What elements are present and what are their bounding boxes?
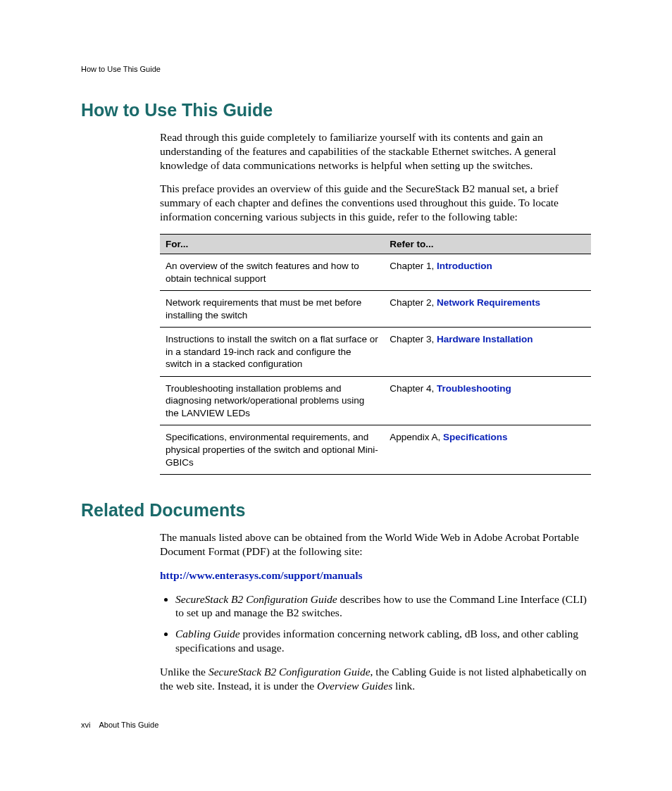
table-row: Specifications, environmental requiremen…: [160, 425, 591, 475]
list-item: SecureStack B2 Configuration Guide descr…: [175, 592, 591, 621]
doc-title: SecureStack B2 Configuration Guide: [175, 593, 337, 605]
ref-prefix: Chapter 1,: [390, 261, 437, 271]
para: The manuals listed above can be obtained…: [160, 530, 591, 559]
doc-title: SecureStack B2 Configuration Guide: [209, 666, 371, 678]
manuals-url-line: http://www.enterasys.com/support/manuals: [160, 568, 591, 583]
link-specifications[interactable]: Specifications: [443, 432, 508, 442]
link-manuals-url[interactable]: http://www.enterasys.com/support/manuals: [160, 569, 363, 581]
table-row: Instructions to install the switch on a …: [160, 328, 591, 377]
page: How to Use This Guide How to Use This Gu…: [0, 0, 672, 791]
cell-refer: Appendix A, Specifications: [384, 425, 591, 475]
ref-prefix: Chapter 4,: [390, 383, 437, 394]
page-number: xvi: [81, 721, 90, 729]
link-hardware-installation[interactable]: Hardware Installation: [437, 334, 533, 344]
para: This preface provides an overview of thi…: [160, 182, 591, 223]
para: Read through this guide completely to fa…: [160, 130, 591, 172]
list-item: Cabling Guide provides information conce…: [175, 627, 591, 655]
heading-how-to-use: How to Use This Guide: [81, 100, 591, 120]
section1-body: Read through this guide completely to fa…: [160, 130, 591, 475]
text: link.: [392, 680, 415, 692]
link-troubleshooting[interactable]: Troubleshooting: [437, 383, 511, 394]
cell-for: Troubleshooting installation problems an…: [160, 376, 384, 425]
cell-refer: Chapter 3, Hardware Installation: [384, 328, 591, 377]
ref-prefix: Appendix A,: [390, 432, 443, 442]
table-header-refer: Refer to...: [384, 234, 591, 254]
bullet-list: SecureStack B2 Configuration Guide descr…: [160, 592, 591, 655]
table-row: Network requirements that must be met be…: [160, 291, 591, 328]
table-row: Troubleshooting installation problems an…: [160, 376, 591, 425]
cell-refer: Chapter 2, Network Requirements: [384, 291, 591, 328]
ref-prefix: Chapter 2,: [390, 297, 437, 308]
cell-refer: Chapter 1, Introduction: [384, 254, 591, 290]
link-network-requirements[interactable]: Network Requirements: [437, 297, 540, 308]
text: Unlike the: [160, 666, 209, 678]
footer-label: About This Guide: [99, 721, 158, 729]
ref-prefix: Chapter 3,: [390, 334, 437, 344]
link-name: Overview Guides: [317, 680, 392, 692]
running-header: How to Use This Guide: [81, 65, 591, 73]
table-row: An overview of the switch features and h…: [160, 254, 591, 290]
table-header-for: For...: [160, 234, 384, 254]
cell-refer: Chapter 4, Troubleshooting: [384, 376, 591, 425]
reference-table: For... Refer to... An overview of the sw…: [160, 234, 591, 475]
page-footer: xviAbout This Guide: [81, 721, 158, 729]
heading-related-documents: Related Documents: [81, 500, 591, 521]
section2-body: The manuals listed above can be obtained…: [160, 530, 591, 692]
cell-for: Specifications, environmental requiremen…: [160, 425, 384, 475]
cell-for: An overview of the switch features and h…: [160, 254, 384, 290]
cell-for: Network requirements that must be met be…: [160, 291, 384, 328]
doc-title: Cabling Guide: [175, 628, 240, 640]
para: Unlike the SecureStack B2 Configuration …: [160, 665, 591, 693]
link-introduction[interactable]: Introduction: [437, 261, 492, 271]
cell-for: Instructions to install the switch on a …: [160, 328, 384, 377]
